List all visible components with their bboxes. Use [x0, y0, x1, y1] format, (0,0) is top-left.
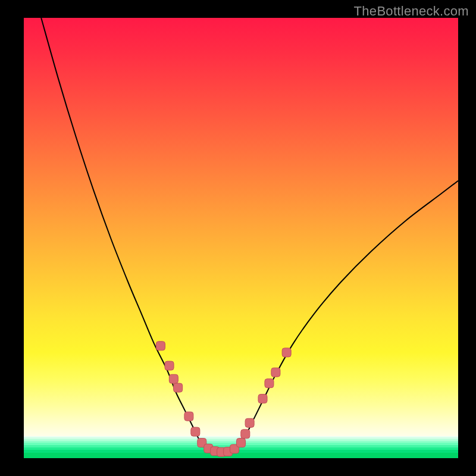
data-marker	[156, 342, 165, 350]
bottleneck-curve	[41, 18, 458, 453]
watermark-text: TheBottleneck.com	[354, 4, 469, 19]
data-marker	[282, 348, 291, 357]
data-marker	[271, 368, 280, 377]
data-marker	[258, 394, 267, 403]
data-marker	[241, 430, 250, 439]
data-marker	[184, 412, 193, 421]
data-marker	[237, 439, 246, 447]
data-marker	[191, 427, 200, 436]
chart-frame: TheBottleneck.com	[0, 0, 476, 476]
data-marker	[265, 379, 274, 388]
curve-layer	[24, 18, 458, 458]
data-marker	[245, 418, 254, 427]
data-marker	[174, 383, 183, 392]
data-marker	[169, 374, 178, 383]
data-marker	[165, 361, 174, 370]
plot-area	[24, 18, 458, 458]
